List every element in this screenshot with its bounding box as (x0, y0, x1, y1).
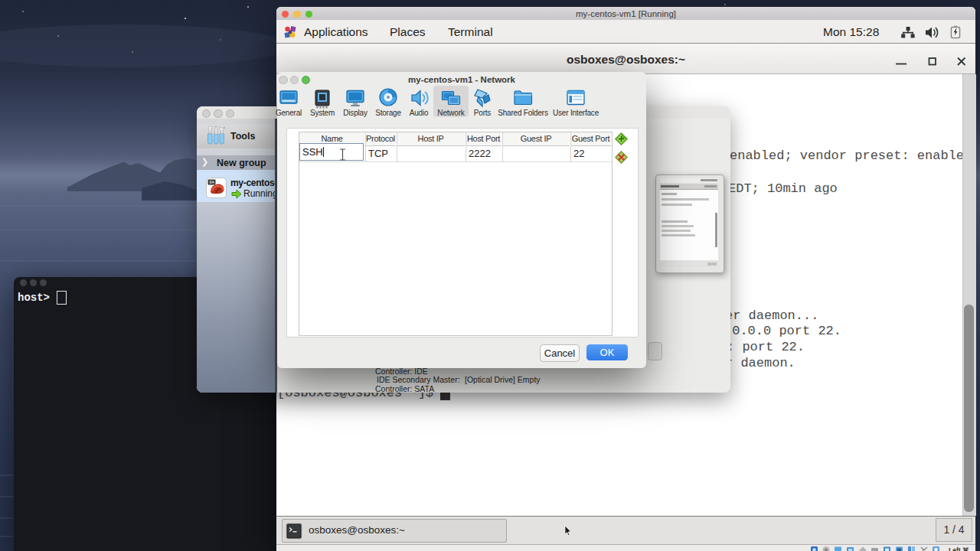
svg-text:64: 64 (209, 180, 214, 184)
